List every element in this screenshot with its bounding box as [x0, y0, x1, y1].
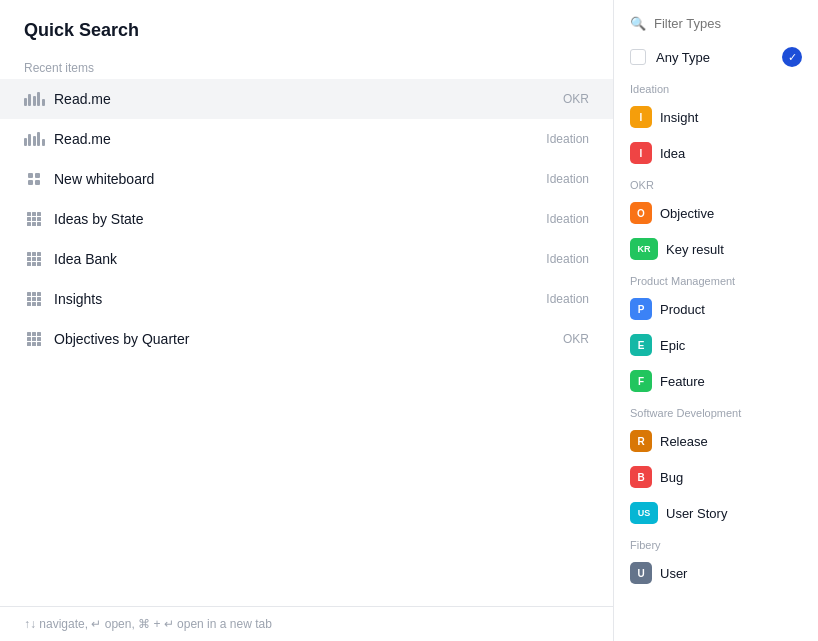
svg-rect-27	[37, 297, 41, 301]
grid-icon	[24, 329, 44, 349]
svg-rect-25	[27, 297, 31, 301]
item-name: Objectives by Quarter	[54, 331, 553, 347]
items-list: Read.meOKRRead.meIdeation New whiteboard…	[0, 79, 613, 606]
item-tag: Ideation	[546, 132, 589, 146]
type-name-user: User	[660, 566, 687, 581]
svg-rect-35	[32, 337, 36, 341]
bar-icon	[24, 89, 44, 109]
type-item-keyresult[interactable]: KRKey result	[622, 231, 810, 267]
svg-rect-24	[37, 292, 41, 296]
svg-rect-2	[28, 180, 33, 185]
right-panel: 🔍 Any Type ✓ IdeationIInsightIIdeaOKROOb…	[614, 0, 818, 641]
svg-rect-39	[37, 342, 41, 346]
svg-rect-28	[27, 302, 31, 306]
svg-rect-37	[27, 342, 31, 346]
type-name-objective: Objective	[660, 206, 714, 221]
svg-rect-14	[32, 252, 36, 256]
item-name: Ideas by State	[54, 211, 536, 227]
svg-rect-11	[32, 222, 36, 226]
list-item[interactable]: Idea BankIdeation	[0, 239, 613, 279]
type-item-objective[interactable]: OObjective	[622, 195, 810, 231]
any-type-row[interactable]: Any Type ✓	[622, 39, 810, 75]
type-item-bug[interactable]: BBug	[622, 459, 810, 495]
type-badge-epic: E	[630, 334, 652, 356]
grid-icon	[24, 209, 44, 229]
list-item[interactable]: Ideas by StateIdeation	[0, 199, 613, 239]
svg-rect-29	[32, 302, 36, 306]
group-label: Software Development	[622, 399, 810, 423]
svg-rect-34	[27, 337, 31, 341]
type-item-userstory[interactable]: USUser Story	[622, 495, 810, 531]
svg-rect-17	[32, 257, 36, 261]
bottom-bar: ↑↓ navigate, ↵ open, ⌘ + ↵ open in a new…	[0, 606, 613, 641]
svg-rect-4	[27, 212, 31, 216]
type-item-insight[interactable]: IInsight	[622, 99, 810, 135]
list-item[interactable]: InsightsIdeation	[0, 279, 613, 319]
cross-icon	[24, 169, 44, 189]
grid-icon	[24, 289, 44, 309]
svg-rect-9	[37, 217, 41, 221]
group-label: OKR	[622, 171, 810, 195]
type-name-feature: Feature	[660, 374, 705, 389]
recent-items-label: Recent items	[0, 53, 613, 79]
type-badge-user: U	[630, 562, 652, 584]
list-item[interactable]: Objectives by QuarterOKR	[0, 319, 613, 359]
filter-header: 🔍	[614, 0, 818, 39]
svg-rect-6	[37, 212, 41, 216]
group-label: Product Management	[622, 267, 810, 291]
type-badge-bug: B	[630, 466, 652, 488]
svg-rect-19	[27, 262, 31, 266]
type-item-release[interactable]: RRelease	[622, 423, 810, 459]
type-item-product[interactable]: PProduct	[622, 291, 810, 327]
grid-icon	[24, 249, 44, 269]
type-badge-objective: O	[630, 202, 652, 224]
filter-input[interactable]	[654, 16, 802, 31]
type-name-bug: Bug	[660, 470, 683, 485]
search-icon: 🔍	[630, 16, 646, 31]
type-item-idea[interactable]: IIdea	[622, 135, 810, 171]
type-name-insight: Insight	[660, 110, 698, 125]
bar-icon	[24, 129, 44, 149]
type-list: Any Type ✓ IdeationIInsightIIdeaOKROObje…	[614, 39, 818, 641]
svg-rect-1	[35, 173, 40, 178]
list-item[interactable]: Read.meIdeation	[0, 119, 613, 159]
item-tag: Ideation	[546, 252, 589, 266]
list-item[interactable]: New whiteboardIdeation	[0, 159, 613, 199]
svg-rect-20	[32, 262, 36, 266]
svg-rect-31	[27, 332, 31, 336]
svg-rect-21	[37, 262, 41, 266]
svg-rect-13	[27, 252, 31, 256]
svg-rect-26	[32, 297, 36, 301]
item-name: Read.me	[54, 91, 553, 107]
type-name-keyresult: Key result	[666, 242, 724, 257]
svg-rect-33	[37, 332, 41, 336]
svg-rect-16	[27, 257, 31, 261]
svg-rect-15	[37, 252, 41, 256]
type-badge-userstory: US	[630, 502, 658, 524]
item-name: Read.me	[54, 131, 536, 147]
group-label: Ideation	[622, 75, 810, 99]
type-item-user[interactable]: UUser	[622, 555, 810, 591]
svg-rect-38	[32, 342, 36, 346]
item-name: Idea Bank	[54, 251, 536, 267]
svg-rect-30	[37, 302, 41, 306]
svg-rect-3	[35, 180, 40, 185]
list-item[interactable]: Read.meOKR	[0, 79, 613, 119]
type-name-release: Release	[660, 434, 708, 449]
svg-rect-0	[28, 173, 33, 178]
type-groups: IdeationIInsightIIdeaOKROObjectiveKRKey …	[622, 75, 810, 591]
type-item-epic[interactable]: EEpic	[622, 327, 810, 363]
group-label: Fibery	[622, 531, 810, 555]
panel-title: Quick Search	[24, 20, 589, 41]
type-item-feature[interactable]: FFeature	[622, 363, 810, 399]
item-tag: OKR	[563, 92, 589, 106]
item-tag: Ideation	[546, 292, 589, 306]
svg-rect-7	[27, 217, 31, 221]
any-type-checkbox[interactable]	[630, 49, 646, 65]
item-name: New whiteboard	[54, 171, 536, 187]
any-type-label: Any Type	[656, 50, 772, 65]
svg-rect-32	[32, 332, 36, 336]
svg-rect-10	[27, 222, 31, 226]
item-tag: Ideation	[546, 212, 589, 226]
type-name-epic: Epic	[660, 338, 685, 353]
